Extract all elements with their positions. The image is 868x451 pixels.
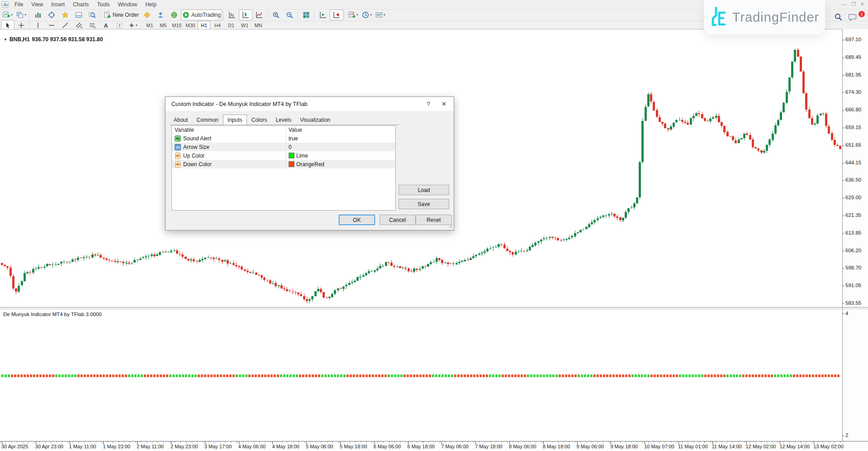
auto-scroll-icon [333,11,340,19]
value-cell[interactable]: true [286,134,395,143]
menu-item-file[interactable]: File [10,0,27,9]
timeframe-mn-button[interactable]: MN [252,21,265,29]
dialog-titlebar[interactable]: Custom Indicator - De Munyuk Indicator M… [166,97,454,111]
dialog-tabs: AboutCommonInputsColorsLevelsVisualizati… [170,114,335,125]
data-window-button[interactable] [45,10,58,20]
input-row-arrow-size[interactable]: 123Arrow Size0 [172,143,395,151]
zoom-in-button[interactable] [269,10,283,20]
auto-scroll-button[interactable] [330,10,343,20]
community-button[interactable] [154,10,167,20]
svg-text:F: F [94,26,96,29]
periods-clock-icon [362,11,369,19]
channel-icon: E [76,22,82,29]
input-row-sound-alert[interactable]: Sound Alerttrue [172,134,395,143]
market-button[interactable] [167,10,181,20]
time-axis[interactable]: 30 Apr 202530 Apr 23:001 May 11:001 May … [0,441,868,451]
periods-button[interactable]: ▾ [360,10,374,20]
new-chart-button[interactable]: ▾ [1,10,14,20]
dropdown-caret-icon: ▾ [370,13,372,17]
window-restore-button[interactable]: ❐ [851,1,856,7]
tile-windows-button[interactable] [299,10,313,20]
save-button[interactable]: Save [398,199,449,209]
value-text: true [289,135,298,142]
terminal-button[interactable] [72,10,85,20]
ok-button[interactable]: OK [339,215,375,225]
search-icon[interactable] [835,13,842,21]
community-icon [157,11,164,19]
timeframe-h4-button[interactable]: H4 [211,21,224,29]
price-axis[interactable]: 697.10689.45681.95674.30666.80659.15651.… [842,29,868,307]
menu-item-tools[interactable]: Tools [93,0,114,9]
value-column-header[interactable]: Value [286,126,395,134]
tab-about[interactable]: About [170,115,192,125]
time-axis-label: 10 May 07:00 [644,444,674,449]
value-cell[interactable]: OrangeRed [286,160,395,168]
zoom-out-button[interactable] [283,10,296,20]
input-row-up-color[interactable]: Up ColorLime [172,151,395,160]
dropdown-caret-icon: ▾ [136,24,138,27]
new-order-button[interactable]: New Order [102,10,140,20]
templates-button[interactable]: ▾ [374,10,387,20]
bar-chart-button[interactable] [225,10,239,20]
indicator-scale-top: 4 [845,311,848,316]
price-axis-label: 651.65 [845,142,861,148]
time-axis-label: 7 May 06:00 [441,444,469,449]
metaeditor-button[interactable] [140,10,154,20]
resize-grip-icon [448,224,452,228]
chart-shift-button[interactable] [316,10,330,20]
menu-item-insert[interactable]: Insert [47,0,69,9]
timeframe-h1-button[interactable]: H1 [198,21,210,29]
value-cell[interactable]: Lime [286,151,395,160]
indicator-pane-title: De Munyuk Indicator MT4 by TFlab 3.0000 [3,312,102,317]
menu-item-charts[interactable]: Charts [69,0,93,9]
time-minor-ticks [0,441,842,443]
trendline-icon [62,22,68,29]
cancel-button[interactable]: Cancel [379,215,416,225]
menu-item-window[interactable]: Window [114,0,142,9]
dialog-close-button[interactable]: ✕ [441,101,446,107]
tab-visualization[interactable]: Visualization [296,115,334,125]
timeframe-w1-button[interactable]: W1 [238,21,251,29]
window-minimize-button[interactable]: — [842,1,847,7]
tab-common[interactable]: Common [192,115,223,125]
zoom-out-icon [286,11,293,19]
timeframe-m1-button[interactable]: M1 [143,21,156,29]
profiles-button[interactable]: ▾ [14,10,28,20]
value-cell[interactable]: 0 [286,143,395,151]
line-chart-button[interactable] [252,10,266,20]
autotrading-icon [182,11,190,19]
tab-colors[interactable]: Colors [247,115,271,125]
menu-item-help[interactable]: Help [141,0,161,9]
tab-levels[interactable]: Levels [271,115,295,125]
indicator-axis[interactable]: 4 2 [842,310,868,441]
timeframe-m15-button[interactable]: M15 [171,21,183,29]
chat-icon[interactable] [849,13,857,21]
market-watch-button[interactable] [31,10,45,20]
dropdown-caret-icon: ▾ [24,13,26,17]
inputs-table: Variable Value Sound Alerttrue123Arrow S… [171,125,396,211]
variable-column-header[interactable]: Variable [172,126,286,134]
input-row-down-color[interactable]: Down ColorOrangeRed [172,160,395,168]
timeframe-m30-button[interactable]: M30 [184,21,197,29]
timeframe-d1-button[interactable]: D1 [225,21,237,29]
number-input-icon: 123 [175,144,181,150]
toolbar-separator [267,11,268,19]
reset-button[interactable]: Reset [416,215,452,225]
dialog-help-button[interactable]: ? [427,101,430,107]
toolbar-separator [345,11,345,19]
window-close-button[interactable]: ✕ [860,1,864,7]
indicator-scale-bottom: 2 [845,432,848,438]
load-button[interactable]: Load [398,185,449,195]
resize-grip[interactable] [448,224,452,229]
price-axis-label: 674.30 [845,89,861,95]
autotrading-button[interactable]: AutoTrading [181,10,222,20]
navigator-button[interactable] [58,10,72,20]
value-text: 0 [289,144,292,150]
axis-divider [842,29,843,441]
candlestick-chart-button[interactable] [239,10,252,20]
menu-item-view[interactable]: View [27,0,47,9]
indicators-button[interactable]: ▾ [346,10,360,20]
timeframe-m5-button[interactable]: M5 [157,21,170,29]
strategy-tester-button[interactable] [85,10,99,20]
chevron-down-icon[interactable]: ▼ [4,38,7,42]
